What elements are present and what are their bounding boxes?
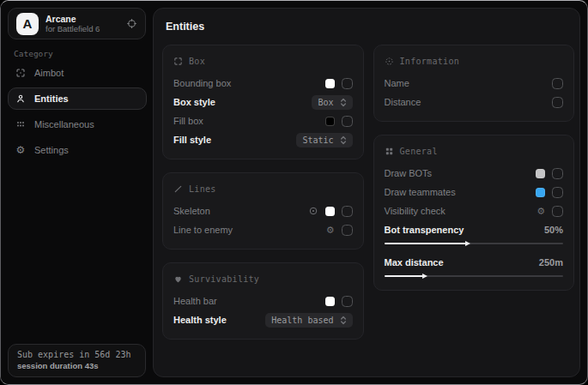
card-lines-header: Lines: [173, 181, 353, 196]
card-survivability: Survivability Health bar Health style He…: [162, 262, 364, 340]
bounding-box-checkbox[interactable]: [342, 78, 353, 89]
name-checkbox[interactable]: [552, 78, 563, 89]
setting-label: Box style: [173, 97, 215, 107]
left-column: Box Bounding box Box style Box: [162, 45, 364, 340]
card-box: Box Bounding box Box style Box: [162, 45, 364, 159]
sub-expires-text: Sub expires in 56d 23h: [17, 350, 136, 359]
card-title: Lines: [189, 184, 216, 194]
setting-label: Draw BOTs: [385, 168, 433, 178]
sidebar-item-aimbot[interactable]: Aimbot: [8, 62, 147, 84]
gear-icon[interactable]: ⚙: [326, 226, 335, 235]
brand-name: Arcane: [45, 14, 100, 24]
box-brackets-icon: [173, 57, 183, 66]
row-draw-teammates: Draw teammates: [385, 183, 564, 202]
brand-text: Arcane for Battlefield 6: [45, 14, 100, 33]
color-swatch[interactable]: [325, 207, 335, 216]
row-bot-transparency: Bot transpenency 50%: [385, 220, 564, 239]
settings-columns: Box Bounding box Box style Box: [162, 45, 574, 340]
card-lines: Lines Skeleton Line to enemy: [162, 172, 364, 250]
line-to-enemy-checkbox[interactable]: [342, 225, 353, 236]
row-fill-style: Fill style Static: [173, 130, 353, 149]
sidebar: A Arcane for Battlefield 6 Category: [1, 1, 153, 384]
setting-label: Bounding box: [173, 78, 231, 88]
setting-label: Bot transpenency: [385, 225, 464, 235]
sidebar-item-settings[interactable]: ⚙ Settings: [8, 139, 147, 161]
brand-card: A Arcane for Battlefield 6: [8, 8, 146, 39]
health-style-dropdown[interactable]: Health based: [265, 313, 352, 328]
pencil-line-icon: [173, 184, 183, 194]
chevron-updown-icon: [340, 316, 347, 325]
dropdown-value: Health based: [271, 316, 333, 325]
setting-label: Fill box: [173, 116, 203, 126]
card-information-header: Information: [385, 53, 564, 69]
row-skeleton: Skeleton: [173, 202, 353, 220]
layout-grid-icon: [385, 147, 394, 156]
row-draw-bots: Draw BOTs: [385, 164, 564, 183]
chevron-updown-icon: [340, 135, 347, 145]
card-survivability-header: Survivability: [173, 271, 353, 286]
nav-label: Miscellaneous: [34, 119, 94, 129]
setting-label: Draw teammates: [385, 187, 456, 197]
health-bar-checkbox[interactable]: [342, 296, 353, 307]
row-line-to-enemy: Line to enemy ⚙: [173, 220, 353, 239]
setting-label: Max distance: [385, 257, 444, 268]
category-label: Category: [14, 49, 53, 58]
row-bounding-box: Bounding box: [173, 74, 353, 93]
bot-transparency-slider[interactable]: [385, 243, 564, 244]
target-icon[interactable]: [308, 206, 318, 216]
visibility-check-checkbox[interactable]: [552, 206, 563, 217]
nav-label: Settings: [34, 145, 69, 155]
color-swatch[interactable]: [536, 188, 545, 197]
color-swatch[interactable]: [325, 297, 335, 306]
dropdown-value: Box: [318, 98, 333, 107]
sidebar-item-entities[interactable]: Entities: [8, 87, 147, 110]
sidebar-item-miscellaneous[interactable]: Miscellaneous: [8, 113, 147, 135]
max-distance-slider[interactable]: [385, 275, 564, 277]
slider-value: 250m: [539, 257, 563, 268]
setting-label: Health bar: [173, 296, 217, 306]
card-information: Information Name Distance: [373, 45, 575, 122]
color-swatch[interactable]: [536, 169, 545, 178]
sidebar-nav: Aimbot Entities Miscellaneous: [8, 62, 147, 165]
row-health-style: Health style Health based: [173, 310, 353, 329]
row-health-bar: Health bar: [173, 292, 353, 310]
info-scan-icon: [385, 57, 394, 66]
row-max-distance: Max distance 250m: [385, 253, 564, 272]
row-name: Name: [385, 74, 564, 93]
draw-bots-checkbox[interactable]: [552, 168, 563, 179]
card-box-header: Box: [173, 53, 353, 69]
brand-subtitle: for Battlefield 6: [45, 24, 100, 33]
slider-value: 50%: [544, 225, 563, 235]
row-fill-box: Fill box: [173, 111, 353, 130]
fill-box-checkbox[interactable]: [342, 116, 353, 127]
setting-label: Health style: [173, 315, 227, 325]
brand-logo: A: [16, 13, 39, 35]
dropdown-value: Static: [302, 135, 333, 145]
subscription-card: Sub expires in 56d 23h session duration …: [8, 344, 146, 377]
grid-icon: [15, 119, 27, 129]
nav-label: Aimbot: [34, 68, 64, 78]
setting-label: Line to enemy: [173, 225, 233, 235]
card-general-header: General: [385, 143, 564, 159]
main-panel: Entities Box Bounding box: [153, 8, 580, 377]
setting-label: Fill style: [173, 135, 211, 145]
app-window: A Arcane for Battlefield 6 Category: [0, 0, 588, 385]
card-title: Box: [189, 57, 205, 66]
setting-label: Visibility check: [385, 206, 446, 216]
color-swatch[interactable]: [325, 79, 335, 88]
distance-checkbox[interactable]: [552, 97, 563, 108]
color-swatch[interactable]: [325, 117, 335, 126]
page-title: Entities: [166, 21, 574, 33]
draw-teammates-checkbox[interactable]: [552, 187, 563, 198]
crosshair-icon: [15, 68, 27, 78]
skeleton-checkbox[interactable]: [342, 206, 353, 217]
crosshair-icon[interactable]: [126, 18, 137, 29]
card-title: Information: [400, 57, 460, 66]
fill-style-dropdown[interactable]: Static: [296, 133, 352, 147]
gear-icon: ⚙: [15, 145, 27, 155]
gear-icon[interactable]: ⚙: [536, 207, 545, 216]
card-title: Survivability: [189, 274, 259, 284]
chevron-updown-icon: [340, 98, 347, 107]
card-general: General Draw BOTs Draw teammates: [373, 135, 575, 291]
box-style-dropdown[interactable]: Box: [312, 95, 352, 110]
